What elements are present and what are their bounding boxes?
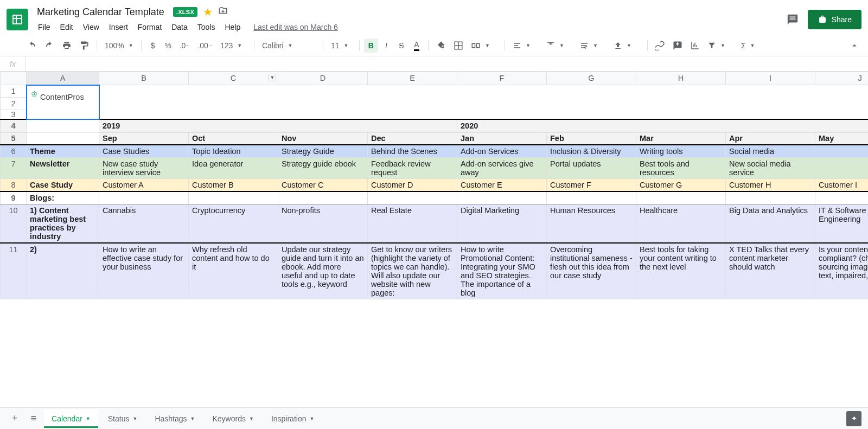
cell[interactable]: Cryptocurrency	[189, 204, 278, 244]
cell[interactable]: Big Data and Analytics	[726, 204, 815, 244]
cell[interactable]: How to write an effective case study for…	[99, 243, 189, 299]
cell-month[interactable]: Oct	[189, 132, 278, 145]
cell[interactable]: Is your content compliant? (checklist: s…	[815, 243, 869, 299]
row-label-blogs[interactable]: Blogs:	[27, 191, 99, 204]
col-header-c[interactable]: C▼	[189, 72, 278, 85]
font-select[interactable]: Calibri▼	[259, 39, 318, 52]
cell-month[interactable]: Apr	[726, 132, 815, 145]
cell[interactable]: Real Estate	[368, 204, 457, 244]
menu-edit[interactable]: Edit	[56, 21, 78, 34]
cell[interactable]: Case Studies	[99, 145, 189, 158]
row-header[interactable]: 11	[1, 243, 27, 299]
tab-calendar[interactable]: Calendar▼	[44, 409, 98, 428]
fill-color-icon[interactable]	[433, 38, 449, 53]
col-header-e[interactable]: E	[368, 72, 457, 85]
cell[interactable]: Strategy Guide	[278, 145, 368, 158]
cell[interactable]: Portal updates	[547, 158, 636, 179]
cell[interactable]	[368, 191, 457, 204]
formula-input[interactable]	[26, 56, 868, 71]
row-header[interactable]: 6	[1, 145, 27, 158]
cell-year-2020[interactable]: 2020	[457, 119, 869, 132]
menu-insert[interactable]: Insert	[105, 21, 132, 34]
row-header[interactable]: 3	[1, 110, 27, 120]
col-dropdown-icon[interactable]: ▼	[269, 74, 276, 81]
cell[interactable]	[815, 145, 869, 158]
redo-icon[interactable]	[41, 38, 58, 53]
last-edit[interactable]: Last edit was on March 6	[253, 23, 338, 31]
cell[interactable]: Non-profits	[278, 204, 368, 244]
menu-data[interactable]: Data	[167, 21, 192, 34]
all-sheets-button[interactable]: ≡	[25, 409, 42, 427]
cell[interactable]	[99, 85, 869, 120]
doc-title[interactable]: Marketing Calendar Template	[34, 5, 168, 19]
move-icon[interactable]	[218, 6, 228, 18]
percent-icon[interactable]: %	[161, 39, 175, 53]
bold-button[interactable]: B	[364, 39, 378, 53]
cell[interactable]: Cannabis	[99, 204, 189, 244]
explore-button[interactable]: ✦	[846, 411, 861, 426]
cell[interactable]: New social media service	[726, 158, 815, 179]
cell[interactable]: Writing tools	[636, 145, 726, 158]
col-header-j[interactable]: J	[815, 72, 869, 85]
cell[interactable]: X TED Talks that every content marketer …	[726, 243, 815, 299]
menu-tools[interactable]: Tools	[193, 21, 220, 34]
col-header-b[interactable]: B	[99, 72, 189, 85]
cell[interactable]: Update our strategy guide and turn it in…	[278, 243, 368, 299]
cell[interactable]: Customer G	[636, 179, 726, 192]
menu-view[interactable]: View	[79, 21, 104, 34]
cell[interactable]: Best tools and resources	[636, 158, 726, 179]
cell[interactable]: How to write Promotional Content: Integr…	[457, 243, 547, 299]
cell[interactable]: Feedback review request	[368, 158, 457, 179]
collapse-toolbar-icon[interactable]	[846, 38, 863, 53]
cell[interactable]: Customer A	[99, 179, 189, 192]
cell[interactable]: Strategy guide ebook	[278, 158, 368, 179]
rotate-button[interactable]: ▼	[610, 39, 643, 52]
cell[interactable]: Behind the Scenes	[368, 145, 457, 158]
col-header-h[interactable]: H	[636, 72, 726, 85]
star-icon[interactable]: ★	[203, 5, 213, 18]
cell[interactable]: Add-on Services	[457, 145, 547, 158]
row-header[interactable]: 5	[1, 132, 27, 145]
row-header[interactable]: 7	[1, 158, 27, 179]
cell[interactable]: Social media	[726, 145, 815, 158]
link-icon[interactable]	[652, 38, 668, 53]
font-size-select[interactable]: 11▼	[328, 39, 355, 52]
filter-button[interactable]: ▼	[704, 39, 737, 52]
tab-inspiration[interactable]: Inspiration▼	[264, 409, 322, 428]
cell[interactable]	[815, 158, 869, 179]
functions-button[interactable]: Σ▼	[738, 39, 770, 52]
dec-decrease-icon[interactable]: .0←	[176, 39, 194, 53]
cell[interactable]: Idea generator	[189, 158, 278, 179]
cell[interactable]: Customer B	[189, 179, 278, 192]
cell[interactable]	[457, 191, 547, 204]
cell[interactable]: Customer C	[278, 179, 368, 192]
merge-cells-button[interactable]: ▼	[468, 39, 500, 53]
cell-month[interactable]: Dec	[368, 132, 457, 145]
menu-format[interactable]: Format	[133, 21, 166, 34]
col-header-f[interactable]: F	[457, 72, 547, 85]
cell[interactable]: Topic Ideation	[189, 145, 278, 158]
undo-icon[interactable]	[24, 38, 40, 53]
cell[interactable]: New case study interview service	[99, 158, 189, 179]
col-header-i[interactable]: I	[726, 72, 815, 85]
cell[interactable]	[726, 191, 815, 204]
text-color-button[interactable]: A	[410, 37, 424, 54]
zoom-select[interactable]: 100%▼	[101, 39, 137, 52]
cell-logo[interactable]: ♔ ContentPros	[27, 85, 99, 120]
borders-icon[interactable]	[450, 38, 467, 53]
cell[interactable]: Customer I	[815, 179, 869, 192]
cell[interactable]	[27, 119, 99, 132]
add-sheet-button[interactable]: +	[7, 409, 23, 427]
cell[interactable]: Inclusion & Diversity	[547, 145, 636, 158]
cell[interactable]	[27, 132, 99, 145]
cell-year-2019[interactable]: 2019	[99, 119, 457, 132]
paint-format-icon[interactable]	[76, 38, 92, 53]
strike-button[interactable]: S	[394, 39, 409, 53]
comments-icon[interactable]	[786, 13, 799, 26]
row-label-casestudy[interactable]: Case Study	[27, 179, 99, 192]
row-label-theme[interactable]: Theme	[27, 145, 99, 158]
cell[interactable]	[189, 191, 278, 204]
wrap-button[interactable]: ▼	[577, 39, 609, 52]
select-all-corner[interactable]	[1, 72, 27, 85]
cell[interactable]	[99, 191, 189, 204]
